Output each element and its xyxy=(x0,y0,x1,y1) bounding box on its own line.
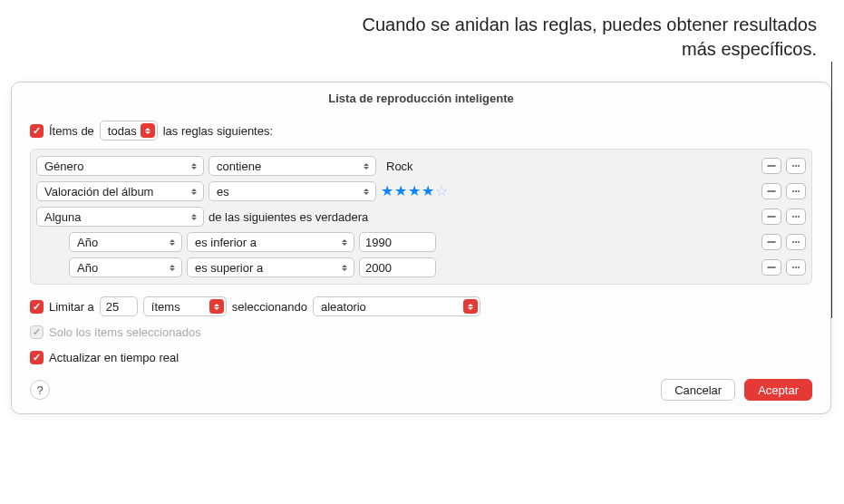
limit-count-input[interactable]: 25 xyxy=(100,296,138,316)
rule-more-button[interactable] xyxy=(786,183,806,199)
rule-value-input[interactable]: 1990 xyxy=(359,232,436,252)
svg-point-17 xyxy=(792,267,794,268)
rule-more-button[interactable] xyxy=(786,259,806,276)
ellipsis-icon xyxy=(791,212,800,221)
remove-rule-button[interactable] xyxy=(762,158,781,174)
rule-value-input[interactable]: 2000 xyxy=(359,257,436,277)
limit-label: Limitar a xyxy=(49,300,94,314)
star-icon: ★ xyxy=(394,184,407,199)
chevron-updown-icon xyxy=(187,159,201,173)
rule-attribute-select[interactable]: Género xyxy=(36,156,204,176)
rule-operator-select[interactable]: es inferior a xyxy=(187,232,354,252)
rule-attribute-value: Año xyxy=(77,236,98,249)
limit-unit-value: ítems xyxy=(151,300,180,314)
rule-value-stars[interactable]: ★ ★ ★ ★ ☆ xyxy=(381,184,448,199)
rule-group-mode-select[interactable]: Alguna xyxy=(36,207,204,227)
rule-more-button[interactable] xyxy=(786,234,806,250)
minus-icon xyxy=(767,187,776,196)
svg-point-10 xyxy=(795,216,797,218)
svg-point-13 xyxy=(792,241,794,243)
limit-method-select[interactable]: aleatorio xyxy=(313,296,480,316)
ellipsis-icon xyxy=(791,161,800,170)
help-button[interactable]: ? xyxy=(30,380,50,400)
rule-operator-value: es superior a xyxy=(195,261,263,275)
rules-container: Género contiene Rock Valoración del álbu… xyxy=(30,149,812,285)
nested-rule-row: Año es inferior a 1990 xyxy=(36,229,806,255)
rule-operator-select[interactable]: es superior a xyxy=(187,257,354,277)
ellipsis-icon xyxy=(791,237,800,247)
chevron-updown-icon xyxy=(187,184,201,199)
cancel-button[interactable]: Cancelar xyxy=(661,379,735,401)
ellipsis-icon xyxy=(791,187,800,196)
chevron-updown-icon xyxy=(359,159,373,173)
star-outline-icon: ☆ xyxy=(435,184,448,199)
rule-row: Valoración del álbum es ★ ★ ★ ★ ☆ xyxy=(36,179,806,204)
svg-point-2 xyxy=(795,165,797,167)
svg-point-14 xyxy=(795,241,797,243)
svg-point-6 xyxy=(795,190,797,192)
callout-line xyxy=(831,62,832,317)
rule-attribute-value: Género xyxy=(44,160,83,173)
live-update-checkbox[interactable] xyxy=(30,351,44,364)
minus-icon xyxy=(767,212,776,221)
nested-rule-row: Año es superior a 2000 xyxy=(36,255,806,280)
rule-more-button[interactable] xyxy=(786,208,806,225)
chevron-updown-icon xyxy=(141,123,155,138)
chevron-updown-icon xyxy=(165,260,179,275)
rule-value-input[interactable]: Rock xyxy=(381,156,607,176)
chevron-updown-icon xyxy=(209,299,224,314)
star-icon: ★ xyxy=(422,184,434,199)
rule-operator-select[interactable]: contiene xyxy=(209,156,376,176)
rule-group-mode-value: Alguna xyxy=(44,210,81,224)
rule-row: Género contiene Rock xyxy=(36,153,806,179)
chevron-updown-icon xyxy=(165,235,179,249)
chevron-updown-icon xyxy=(359,184,373,199)
rule-group-tail-label: de las siguientes es verdadera xyxy=(209,210,368,224)
star-icon: ★ xyxy=(381,184,393,199)
rule-operator-value: contiene xyxy=(217,160,261,173)
match-rules-checkbox[interactable] xyxy=(30,124,44,138)
limit-method-value: aleatorio xyxy=(321,300,366,314)
match-suffix-label: las reglas siguientes: xyxy=(163,124,273,138)
svg-point-11 xyxy=(798,216,800,218)
rule-operator-value: es xyxy=(217,185,229,199)
star-icon: ★ xyxy=(408,184,421,199)
minus-icon xyxy=(767,237,776,247)
rule-attribute-value: Valoración del álbum xyxy=(44,185,153,199)
match-mode-select[interactable]: todas xyxy=(100,121,158,141)
rule-attribute-select[interactable]: Año xyxy=(69,232,182,252)
minus-icon xyxy=(767,161,776,170)
remove-rule-button[interactable] xyxy=(762,234,781,250)
live-update-label: Actualizar en tiempo real xyxy=(49,351,179,364)
svg-point-7 xyxy=(798,190,800,192)
minus-icon xyxy=(767,263,776,272)
rule-operator-select[interactable]: es xyxy=(209,181,376,201)
svg-point-15 xyxy=(798,241,800,243)
svg-point-3 xyxy=(798,165,800,167)
svg-point-18 xyxy=(795,267,797,268)
rule-attribute-select[interactable]: Año xyxy=(69,257,182,277)
limit-unit-select[interactable]: ítems xyxy=(143,296,227,316)
annotation-callout: Cuando se anidan las reglas, puedes obte… xyxy=(345,13,817,62)
chevron-updown-icon xyxy=(337,235,352,249)
limit-select-label: seleccionando xyxy=(232,300,307,314)
only-selected-checkbox xyxy=(30,325,44,339)
match-prefix-label: Ítems de xyxy=(49,124,94,138)
match-mode-value: todas xyxy=(108,124,137,138)
chevron-updown-icon xyxy=(337,260,352,275)
smart-playlist-sheet: Lista de reproducción inteligente Ítems … xyxy=(11,82,831,414)
rule-attribute-select[interactable]: Valoración del álbum xyxy=(36,181,204,201)
rule-attribute-value: Año xyxy=(77,261,98,275)
svg-point-5 xyxy=(792,190,794,192)
limit-checkbox[interactable] xyxy=(30,300,44,314)
svg-point-9 xyxy=(792,216,794,218)
rule-more-button[interactable] xyxy=(786,158,806,174)
remove-rule-button[interactable] xyxy=(762,183,781,199)
only-selected-label: Solo los ítems seleccionados xyxy=(49,325,201,339)
ok-button[interactable]: Aceptar xyxy=(744,379,812,401)
chevron-updown-icon xyxy=(463,299,478,314)
remove-rule-button[interactable] xyxy=(762,259,781,276)
rule-operator-value: es inferior a xyxy=(195,236,257,249)
remove-rule-button[interactable] xyxy=(762,208,781,225)
chevron-updown-icon xyxy=(187,209,201,224)
